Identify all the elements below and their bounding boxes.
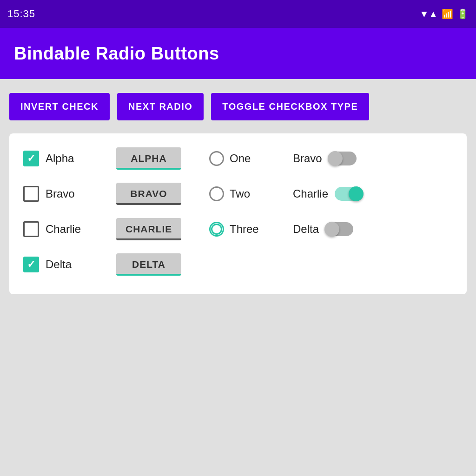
radio-one-label: One <box>230 152 251 165</box>
toggle-bravo-track[interactable] <box>329 152 357 165</box>
radio-btn-charlie-cell: CHARLIE <box>116 218 191 240</box>
card: ✓ Alpha ALPHA One Bravo Bravo <box>9 133 467 294</box>
toggle-charlie-label: Charlie <box>293 187 328 200</box>
radio-btn-alpha-cell: ALPHA <box>116 147 191 170</box>
radio-btn-charlie[interactable]: CHARLIE <box>116 218 181 240</box>
row-alpha: ✓ Alpha ALPHA One Bravo <box>23 147 453 170</box>
next-radio-button[interactable]: NEXT RADIO <box>117 93 204 120</box>
invert-check-button[interactable]: INVERT CHECK <box>9 93 110 120</box>
toggle-checkbox-type-button[interactable]: TOGGLE CHECKBOX TYPE <box>211 93 369 120</box>
toggle-bravo[interactable]: Bravo <box>293 152 357 165</box>
row-bravo: Bravo BRAVO Two Charlie <box>23 183 453 205</box>
radio-btn-alpha[interactable]: ALPHA <box>116 147 181 170</box>
radio-two-label: Two <box>230 187 250 200</box>
toggle-delta[interactable]: Delta <box>293 222 353 236</box>
row-delta: ✓ Delta DELTA <box>23 253 453 276</box>
toggle-delta-label: Delta <box>293 223 319 236</box>
checkbox-bravo-box[interactable] <box>23 186 39 202</box>
app-bar: Bindable Radio Buttons <box>0 28 476 79</box>
toggle-charlie-thumb <box>349 186 364 201</box>
wifi-icon: ▼▲ <box>419 9 438 20</box>
checkbox-charlie[interactable]: Charlie <box>23 221 116 237</box>
radio-btn-bravo[interactable]: BRAVO <box>116 183 181 205</box>
checkbox-delta-label: Delta <box>46 258 72 271</box>
checkbox-delta-box[interactable]: ✓ <box>23 257 39 272</box>
checkbox-charlie-box[interactable] <box>23 221 39 237</box>
checkbox-alpha[interactable]: ✓ Alpha <box>23 151 116 166</box>
signal-icon: 📶 <box>442 8 453 20</box>
checkbox-alpha-label: Alpha <box>46 152 74 165</box>
toggle-bravo-label: Bravo <box>293 152 322 165</box>
checkbox-bravo[interactable]: Bravo <box>23 186 116 202</box>
app-title: Bindable Radio Buttons <box>14 44 219 64</box>
radio-btn-delta-cell: DELTA <box>116 253 191 276</box>
radio-three-label: Three <box>230 223 259 236</box>
status-icons: ▼▲ 📶 🔋 <box>419 8 469 20</box>
radio-two[interactable]: Two <box>209 186 293 201</box>
radio-btn-bravo-cell: BRAVO <box>116 183 191 205</box>
toggle-delta-thumb <box>324 222 339 237</box>
checkbox-bravo-label: Bravo <box>46 187 75 200</box>
checkbox-charlie-label: Charlie <box>46 223 81 236</box>
action-buttons-row: INVERT CHECK NEXT RADIO TOGGLE CHECKBOX … <box>9 93 467 120</box>
radio-circle-two[interactable] <box>209 186 224 201</box>
status-bar: 15:35 ▼▲ 📶 🔋 <box>0 0 476 28</box>
battery-icon: 🔋 <box>457 8 469 20</box>
checkbox-alpha-box[interactable]: ✓ <box>23 151 39 166</box>
status-time: 15:35 <box>7 8 35 20</box>
main-content: INVERT CHECK NEXT RADIO TOGGLE CHECKBOX … <box>0 79 476 308</box>
radio-circle-one[interactable] <box>209 151 224 166</box>
toggle-delta-track[interactable] <box>325 222 353 236</box>
toggle-charlie[interactable]: Charlie <box>293 187 363 201</box>
radio-btn-delta[interactable]: DELTA <box>116 253 181 276</box>
row-charlie: Charlie CHARLIE Three Delta <box>23 218 453 240</box>
toggle-charlie-track[interactable] <box>335 187 363 201</box>
radio-circle-three[interactable] <box>209 222 224 237</box>
checkbox-delta[interactable]: ✓ Delta <box>23 257 116 272</box>
checkmark-delta: ✓ <box>27 258 35 271</box>
radio-three[interactable]: Three <box>209 222 293 237</box>
radio-one[interactable]: One <box>209 151 293 166</box>
checkmark-alpha: ✓ <box>27 152 35 165</box>
toggle-bravo-thumb <box>328 151 343 166</box>
